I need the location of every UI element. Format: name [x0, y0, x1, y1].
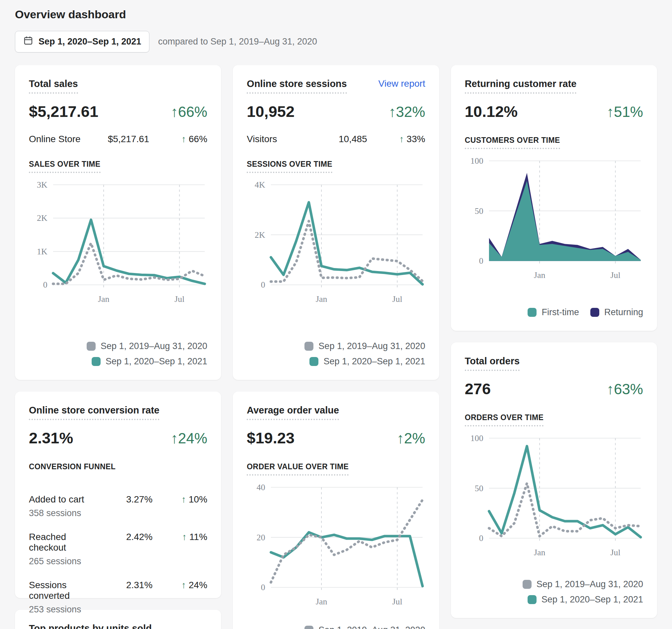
- up-arrow-icon: ↑: [400, 134, 404, 144]
- page-title: Overview dashboard: [15, 8, 657, 21]
- svg-text:Jan: Jan: [534, 270, 546, 280]
- legend-first-time: First-time: [528, 307, 579, 318]
- svg-text:Jan: Jan: [316, 294, 327, 304]
- funnel-step-label: Added to cart: [29, 494, 84, 505]
- top-products-title: Top products by units sold: [29, 623, 152, 629]
- funnel-row-sessions-converted: Sessions converted 253 sessions 2.31% ↑ …: [29, 580, 207, 615]
- up-arrow-icon: ↑: [182, 532, 187, 542]
- legend-returning: Returning: [590, 307, 643, 318]
- svg-text:Jul: Jul: [610, 270, 620, 280]
- customers-chart-legend: First-time Returning: [465, 307, 643, 318]
- sales-chart-legend: Sep 1, 2019–Aug 31, 2020 Sep 1, 2020–Sep…: [29, 341, 207, 367]
- order-value-over-time-label: ORDER VALUE OVER TIME: [247, 462, 349, 475]
- returning-rate-value: 10.12%: [465, 102, 518, 120]
- previous-swatch-icon: [305, 626, 313, 629]
- svg-text:1K: 1K: [37, 247, 47, 256]
- legend-previous: Sep 1, 2019–Aug 31, 2020: [523, 579, 643, 589]
- up-arrow-icon: ↑: [182, 134, 186, 144]
- aov-chart-legend: Sep 1, 2019–Aug 31, 2020 Sep 1, 2020–Sep…: [247, 625, 425, 629]
- up-arrow-icon: ↑: [182, 494, 186, 505]
- legend-current: Sep 1, 2020–Sep 1, 2021: [92, 356, 207, 367]
- calendar-icon: [23, 36, 33, 48]
- sessions-over-time-chart: 02K4KJanJul: [247, 180, 425, 306]
- total-orders-value: 276: [465, 379, 491, 398]
- total-orders-change: ↑63%: [607, 381, 643, 398]
- date-range-button[interactable]: Sep 1, 2020–Sep 1, 2021: [15, 31, 149, 52]
- svg-text:100: 100: [470, 434, 483, 443]
- funnel-row-reached-checkout: Reached checkout 265 sessions 2.42% ↑ 11…: [29, 532, 207, 566]
- current-swatch-icon: [528, 595, 536, 604]
- toolbar: Sep 1, 2020–Sep 1, 2021 compared to Sep …: [15, 31, 657, 52]
- total-sales-title: Total sales: [29, 78, 78, 94]
- customers-over-time-label: CUSTOMERS OVER TIME: [465, 136, 560, 149]
- sessions-over-time-label: SESSIONS OVER TIME: [247, 160, 332, 173]
- aov-title: Average order value: [247, 405, 339, 420]
- funnel-step-sessions: 253 sessions: [29, 604, 103, 615]
- svg-text:Jul: Jul: [392, 294, 402, 304]
- date-range-label: Sep 1, 2020–Sep 1, 2021: [39, 37, 141, 47]
- conversion-rate-change: ↑24%: [171, 430, 207, 447]
- svg-text:Jul: Jul: [174, 294, 184, 304]
- legend-previous: Sep 1, 2019–Aug 31, 2020: [305, 341, 425, 351]
- orders-over-time-chart: 050100JanJul: [465, 433, 643, 559]
- sessions-change: ↑32%: [389, 103, 425, 120]
- total-sales-change: ↑66%: [171, 103, 207, 120]
- funnel-step-change: ↑ 11%: [152, 532, 207, 542]
- sessions-value: 10,952: [247, 102, 294, 120]
- svg-text:100: 100: [470, 156, 483, 166]
- funnel-step-value: 2.31%: [103, 580, 152, 590]
- sales-over-time-label: SALES OVER TIME: [29, 160, 101, 173]
- funnel-step-sessions: 358 sessions: [29, 508, 103, 518]
- online-store-row: Online Store $5,217.61 ↑ 66%: [29, 134, 207, 144]
- sessions-title: Online store sessions: [247, 78, 346, 94]
- svg-text:Jan: Jan: [534, 548, 546, 557]
- previous-swatch-icon: [305, 342, 313, 351]
- conversion-rate-value: 2.31%: [29, 429, 73, 447]
- visitors-row: Visitors 10,485 ↑ 33%: [247, 134, 425, 144]
- overview-dashboard-page: Overview dashboard Sep 1, 2020–Sep 1, 20…: [0, 0, 672, 629]
- total-sales-value: $5,217.61: [29, 102, 98, 120]
- aov-value: $19.23: [247, 429, 294, 447]
- returning-customer-rate-card: Returning customer rate 10.12% ↑51% CUST…: [451, 65, 657, 331]
- returning-rate-title: Returning customer rate: [465, 78, 577, 94]
- funnel-step-change: ↑ 10%: [152, 494, 207, 505]
- legend-current: Sep 1, 2020–Sep 1, 2021: [309, 356, 425, 367]
- average-order-value-card: Average order value $19.23 ↑2% ORDER VAL…: [233, 392, 439, 629]
- current-swatch-icon: [92, 357, 101, 366]
- sales-over-time-chart: 01K2K3KJanJul: [29, 180, 207, 306]
- conversion-rate-card: Online store conversion rate 2.31% ↑24% …: [15, 392, 221, 598]
- svg-text:0: 0: [261, 280, 265, 289]
- funnel-step-value: 3.27%: [103, 494, 152, 505]
- conversion-rate-title: Online store conversion rate: [29, 405, 159, 420]
- visitors-change: ↑ 33%: [367, 134, 425, 144]
- online-store-sessions-card: Online store sessions View report 10,952…: [233, 65, 439, 380]
- column-3: Returning customer rate 10.12% ↑51% CUST…: [451, 65, 657, 629]
- visitors-label: Visitors: [247, 134, 339, 144]
- total-orders-title: Total orders: [465, 356, 520, 371]
- svg-text:0: 0: [261, 583, 265, 592]
- funnel-row-added-to-cart: Added to cart 358 sessions 3.27% ↑ 10%: [29, 494, 207, 518]
- svg-text:4K: 4K: [255, 180, 265, 190]
- up-arrow-icon: ↑: [182, 580, 186, 590]
- svg-text:Jan: Jan: [98, 294, 110, 304]
- funnel-step-label: Reached checkout: [29, 532, 66, 553]
- svg-text:2K: 2K: [37, 213, 47, 223]
- legend-previous: Sep 1, 2019–Aug 31, 2020: [305, 625, 425, 629]
- orders-over-time-label: ORDERS OVER TIME: [465, 413, 544, 426]
- svg-text:20: 20: [257, 533, 265, 542]
- visitors-value: 10,485: [339, 134, 367, 144]
- compare-period-text: compared to Sep 1, 2019–Aug 31, 2020: [158, 37, 317, 47]
- column-1: Total sales $5,217.61 ↑66% Online Store …: [15, 65, 221, 629]
- online-store-label: Online Store: [29, 134, 108, 144]
- total-orders-card: Total orders 276 ↑63% ORDERS OVER TIME 0…: [451, 342, 657, 618]
- aov-change: ↑2%: [397, 430, 425, 447]
- returning-rate-change: ↑51%: [607, 103, 643, 120]
- previous-swatch-icon: [523, 580, 532, 589]
- online-store-change: ↑ 66%: [149, 134, 207, 144]
- svg-text:2K: 2K: [255, 230, 265, 240]
- current-swatch-icon: [309, 357, 318, 366]
- card-grid: Total sales $5,217.61 ↑66% Online Store …: [15, 65, 657, 629]
- funnel-step-label: Sessions converted: [29, 580, 70, 601]
- view-report-link[interactable]: View report: [379, 78, 425, 89]
- order-value-over-time-chart: 02040JanJul: [247, 482, 425, 608]
